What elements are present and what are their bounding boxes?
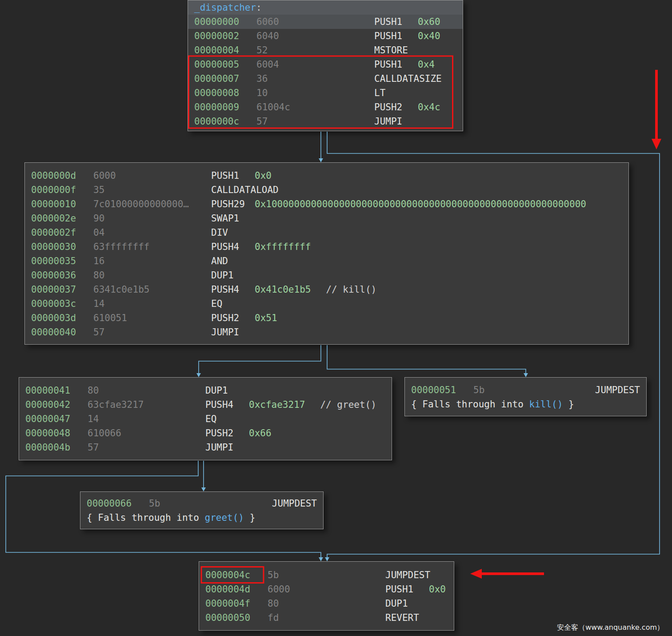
bytes-cell: 14 [88,412,205,426]
address-cell: 00000007 [194,72,256,86]
basic-block-jumpdest-51[interactable]: 000000515bJUMPDEST{ Falls through into k… [404,377,647,416]
bytes-cell: 63ffffffff [93,240,211,254]
address-cell: 00000000 [194,15,256,29]
address-cell: 0000000c [194,114,256,129]
mnemonic-cell: JUMPI [374,114,418,129]
operand-cell: 0x41c0e1b5 [255,282,311,297]
instruction-row[interactable]: 0000004c5bJUMPDEST [199,568,454,582]
instruction-row[interactable]: 000000376341c0e1b5PUSH40x41c0e1b5// kill… [25,282,628,297]
instruction-row[interactable]: 0000004714EQ [19,412,392,426]
basic-block-selector-load[interactable]: 0000000d6000PUSH10x00000000f35CALLDATALO… [24,162,629,345]
bytes-cell: 6004 [256,57,374,72]
address-cell: 00000042 [25,398,88,412]
instruction-row[interactable]: 0000004b57JUMPI [19,440,392,455]
edge-arrowhead [201,487,206,491]
bytes-cell: 04 [93,225,211,240]
instruction-row[interactable]: 000000107c01000000000000…PUSH290x1000000… [25,197,628,211]
instruction-row[interactable]: 000000026040PUSH10x40 [188,29,463,43]
instruction-row[interactable]: 0000000961004cPUSH20x4c [188,100,463,114]
instruction-row[interactable]: 000000665bJUMPDEST [80,496,323,511]
note-text: { Falls through into [411,397,529,411]
bytes-cell: 80 [93,268,211,282]
instruction-row[interactable]: 0000000810LT [188,86,463,100]
bytes-cell: 5b [268,568,385,582]
instruction-row[interactable]: 00000050fdREVERT [199,611,454,625]
instruction-row[interactable]: 0000003680DUP1 [25,268,628,282]
mnemonic-cell: PUSH2 [374,100,418,114]
basic-block-selector-greet[interactable]: 0000004180DUP10000004263cfae3217PUSH40xc… [19,377,392,460]
instruction-row[interactable]: 0000002e90SWAP1 [25,211,628,225]
bytes-cell: 52 [256,43,374,57]
instruction-row[interactable]: 0000004d6000PUSH10x0 [199,582,454,596]
instruction-row[interactable]: 000000006060PUSH10x60 [188,15,463,29]
basic-block-jumpdest-66[interactable]: 000000665bJUMPDEST{ Falls through into g… [80,491,324,529]
instruction-row[interactable]: 0000004263cfae3217PUSH40xcfae3217// gree… [19,398,392,412]
instruction-row[interactable]: 0000003063ffffffffPUSH40xffffffff [25,240,628,254]
address-cell: 0000004f [205,596,268,611]
function-name-link[interactable]: kill() [529,397,563,411]
bytes-cell: 6040 [256,29,374,43]
operand-cell: 0xffffffff [255,240,311,254]
note-text: } [244,511,255,525]
mnemonic-cell: SWAP1 [211,211,255,225]
mnemonic-cell: PUSH2 [211,311,255,325]
edge-selector-to-kill [327,345,526,373]
instruction-row[interactable]: 0000003516AND [25,254,628,268]
basic-block-dispatcher[interactable]: _dispatcher:000000006060PUSH10x600000000… [188,0,463,131]
instruction-row[interactable]: 0000004f80DUP1 [199,596,454,611]
comment-cell: // greet() [305,398,376,412]
instruction-row[interactable]: 0000000d6000PUSH10x0 [25,169,628,183]
instruction-row[interactable]: 0000000c57JUMPI [188,114,463,129]
edge-arrowhead [524,373,528,377]
note-text: { Falls through into [87,511,205,525]
fallthrough-note: { Falls through into kill() } [405,397,646,411]
edge-arrowhead [325,557,329,561]
basic-block-revert[interactable]: 0000004c5bJUMPDEST0000004d6000PUSH10x000… [199,561,454,631]
instruction-row[interactable]: 000000056004PUSH10x4 [188,57,463,72]
instruction-row[interactable]: 0000003c14EQ [25,297,628,311]
mnemonic-cell: EQ [211,297,255,311]
instruction-row[interactable]: 0000000736CALLDATASIZE [188,72,463,86]
mnemonic-cell: PUSH4 [205,398,249,412]
address-cell: 0000000d [31,169,93,183]
cfg-canvas: _dispatcher:000000006060PUSH10x600000000… [0,0,672,636]
address-cell: 0000000f [31,183,93,197]
instruction-row[interactable]: 0000003d610051PUSH20x51 [25,311,628,325]
address-cell: 00000048 [25,426,88,440]
bytes-cell: 6060 [256,15,374,29]
instruction-row[interactable]: 0000000452MSTORE [188,43,463,57]
instruction-row[interactable]: 0000002f04DIV [25,225,628,240]
address-cell: 00000041 [25,383,88,398]
mnemonic-cell: MSTORE [374,43,418,57]
bytes-cell: 90 [93,211,211,225]
mnemonic-cell: PUSH1 [374,15,418,29]
edge-arrowhead [319,557,323,561]
instruction-row[interactable]: 00000048610066PUSH20x66 [19,426,392,440]
block-header[interactable]: _dispatcher: [188,0,463,15]
address-cell: 0000004b [25,440,88,455]
bytes-cell: fd [268,611,385,625]
address-cell: 00000037 [31,282,93,297]
bytes-cell: 36 [256,72,374,86]
address-cell: 00000004 [194,43,256,57]
function-name-link[interactable]: greet() [205,511,244,525]
mnemonic-cell: JUMPI [205,440,249,455]
mnemonic-cell: AND [211,254,255,268]
address-cell: 00000035 [31,254,93,268]
operand-cell: 0x40 [418,29,440,43]
instruction-row[interactable]: 000000515bJUMPDEST [405,383,646,397]
operand-cell: 0x51 [255,311,277,325]
mnemonic-cell: PUSH2 [205,426,249,440]
mnemonic-cell: JUMPI [211,325,255,339]
instruction-row[interactable]: 0000004180DUP1 [19,383,392,398]
mnemonic-cell: PUSH29 [211,197,255,211]
address-cell: 0000002e [31,211,93,225]
address-cell: 00000030 [31,240,93,254]
mnemonic-cell: DUP1 [205,383,249,398]
mnemonic-cell: JUMPDEST [272,496,317,511]
instruction-row[interactable]: 0000004057JUMPI [25,325,628,339]
mnemonic-cell: PUSH4 [211,282,255,297]
operand-cell: 0xcfae3217 [249,398,305,412]
instruction-row[interactable]: 0000000f35CALLDATALOAD [25,183,628,197]
bytes-cell: 63cfae3217 [88,398,205,412]
